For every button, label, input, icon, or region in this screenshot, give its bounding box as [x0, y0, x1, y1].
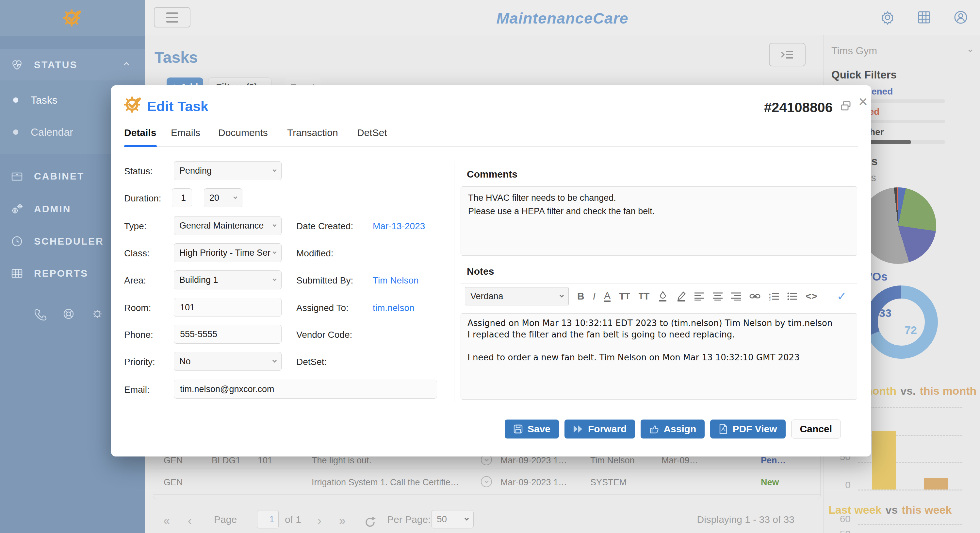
expand-chevron-icon[interactable]	[481, 476, 492, 487]
wos-donut-chart	[864, 284, 939, 360]
notes-editor[interactable]: Assigned on Mon Mar 13 10:32:11 EDT 2023…	[461, 313, 857, 400]
bullet-list-icon[interactable]	[787, 292, 797, 300]
refresh-icon[interactable]	[363, 515, 377, 529]
status-label: Status:	[124, 166, 153, 177]
assign-button[interactable]: Assign	[641, 420, 705, 439]
page-label: Page	[214, 514, 237, 525]
align-left-icon[interactable]	[695, 292, 704, 300]
tab-divider	[124, 146, 858, 147]
close-icon[interactable]: ×	[859, 94, 868, 110]
cell-description: The light is out.	[312, 455, 475, 466]
bullet-icon	[13, 97, 18, 103]
gear-check-logo-icon	[62, 8, 83, 27]
y-tick: 50	[831, 528, 851, 533]
forward-button[interactable]: Forward	[565, 420, 635, 439]
align-center-icon[interactable]	[713, 292, 722, 300]
ordered-list-icon[interactable]: 123	[769, 292, 779, 300]
phone-label: Phone:	[124, 330, 153, 340]
notes-toolbar: Verdana B I A TT TT	[465, 286, 857, 306]
font-size-up-button[interactable]: TT	[619, 291, 630, 302]
room-input[interactable]	[174, 298, 282, 317]
save-button[interactable]: Save	[505, 420, 559, 439]
confirm-check-icon[interactable]: ✓	[837, 289, 847, 303]
sidebar-logo	[0, 0, 145, 36]
sidebar-item-status[interactable]: STATUS	[0, 49, 145, 80]
help-lifering-icon[interactable]	[61, 307, 76, 321]
duration-input[interactable]	[172, 188, 192, 207]
cell-type: GEN	[164, 477, 183, 488]
email-input[interactable]	[174, 380, 437, 399]
per-page-select[interactable]: 50	[431, 510, 474, 528]
sidebar-item-label: CABINET	[34, 171, 84, 182]
font-select[interactable]: Verdana	[465, 287, 569, 305]
code-icon[interactable]: <>	[805, 291, 817, 302]
tab-documents[interactable]: Documents	[218, 127, 268, 138]
font-size-down-button[interactable]: TT	[639, 291, 650, 302]
cell-description: Irrigation System 1. Call the Certifie…	[312, 477, 475, 488]
status-select[interactable]: Pending	[174, 161, 282, 180]
settings-gear-icon[interactable]	[880, 9, 896, 26]
save-floppy-icon	[513, 424, 523, 434]
tab-details[interactable]: Details	[124, 127, 156, 138]
facility-select[interactable]: Tims Gym	[831, 45, 972, 57]
account-person-icon[interactable]	[953, 9, 969, 26]
tab-emails[interactable]: Emails	[171, 127, 200, 138]
apps-grid-icon[interactable]	[916, 9, 932, 26]
underline-button[interactable]: A	[604, 291, 611, 302]
area-label: Area:	[124, 275, 146, 286]
list-view-button[interactable]	[769, 43, 805, 66]
tab-detset[interactable]: DetSet	[357, 127, 387, 138]
cabinet-icon	[10, 169, 24, 184]
comments-box[interactable]: The HVAC filter needs to be changed. Ple…	[461, 187, 857, 256]
align-right-icon[interactable]	[731, 292, 741, 300]
duration-unit-select[interactable]: 20	[204, 188, 242, 207]
bold-button[interactable]: B	[577, 291, 584, 302]
priority-select[interactable]: No	[174, 352, 282, 371]
table-row[interactable]: GEN Irrigation System 1. Call the Certif…	[153, 469, 820, 495]
assigned-to-value[interactable]: tim.nelson	[373, 303, 415, 313]
pdf-file-icon	[719, 424, 728, 434]
gear-outline-icon[interactable]	[90, 307, 105, 321]
month-title-part: this month	[920, 385, 977, 397]
phone-icon[interactable]	[33, 307, 47, 321]
assigned-to-label: Assigned To:	[296, 303, 348, 313]
type-select[interactable]: General Maintenance	[174, 216, 282, 235]
submitted-by-value[interactable]: Tim Nelson	[373, 275, 419, 286]
pdf-view-button[interactable]: PDF View	[710, 420, 785, 439]
gridline	[858, 490, 963, 490]
brand-logo: MaintenanceCare	[145, 9, 980, 27]
next-page-button[interactable]: ›	[318, 514, 321, 528]
modal-title: Edit Task	[147, 99, 208, 115]
phone-input[interactable]	[174, 325, 282, 344]
tab-transaction[interactable]: Transaction	[287, 127, 338, 138]
page-number-input[interactable]	[257, 510, 278, 528]
facility-name: Tims Gym	[831, 45, 877, 57]
first-page-button[interactable]: «	[163, 514, 170, 528]
chevron-down-icon	[272, 250, 277, 254]
class-select[interactable]: High Priority - Time Sensitive	[174, 243, 282, 262]
italic-button[interactable]: I	[593, 291, 595, 302]
y-tick: 60	[831, 513, 851, 525]
per-page-label: Per Page:	[387, 514, 431, 525]
date-created-value[interactable]: Mar-13-2023	[373, 221, 425, 231]
area-select[interactable]: Building 1	[174, 270, 282, 289]
restore-window-icon[interactable]	[840, 100, 853, 113]
prev-page-button[interactable]: ‹	[188, 514, 192, 528]
forward-arrows-icon	[573, 425, 584, 433]
gridline	[858, 407, 963, 408]
highlight-button[interactable]	[676, 291, 686, 302]
cancel-button[interactable]: Cancel	[791, 420, 841, 439]
chevron-down-icon	[272, 358, 277, 363]
priority-label: Priority:	[124, 357, 155, 367]
donut-value-light: 72	[905, 324, 917, 337]
submitted-by-label: Submitted By:	[296, 275, 353, 286]
gridline	[858, 524, 963, 525]
week-title-part: this week	[902, 504, 951, 516]
active-tab-indicator	[124, 145, 157, 147]
link-icon[interactable]	[749, 292, 760, 300]
type-label: Type:	[124, 221, 146, 231]
days-pie-chart	[860, 187, 936, 264]
fill-color-button[interactable]	[658, 291, 668, 302]
sidebar-item-label: SCHEDULER	[34, 236, 104, 247]
last-page-button[interactable]: »	[339, 514, 345, 528]
